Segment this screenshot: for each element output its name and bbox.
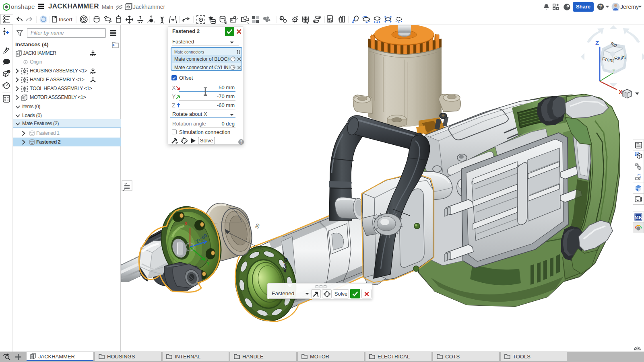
svg-text:?: ? (240, 140, 242, 144)
svg-text:Insert: Insert (59, 16, 72, 23)
svg-text:?: ? (599, 4, 602, 10)
svg-text:MK: MK (635, 215, 642, 220)
svg-text:Z: Z (595, 39, 599, 46)
svg-text:?: ? (8, 70, 10, 73)
svg-text:Y: Y (206, 261, 210, 267)
svg-text:X: X (619, 88, 623, 95)
svg-text:Y: Y (612, 68, 616, 74)
svg-text:30: 30 (254, 223, 260, 229)
svg-text:X: X (184, 221, 188, 226)
